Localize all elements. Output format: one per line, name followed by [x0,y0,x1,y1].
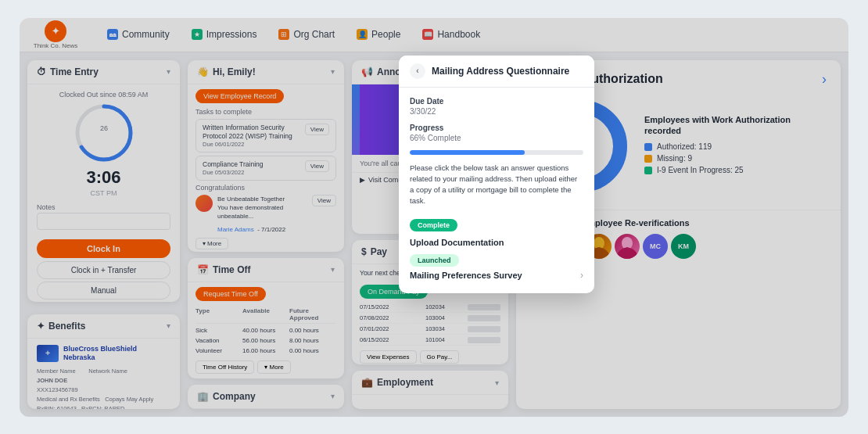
mailing-pref-chevron: › [580,270,583,281]
due-date-label: Due Date [410,97,583,106]
progress-bar-fill [410,150,525,155]
mailing-preferences-row[interactable]: Mailing Preferences Survey › [410,267,583,284]
modal-description: Please click the below task an answer qu… [410,163,583,207]
modal-back-button[interactable]: ‹ [410,63,425,79]
upload-title: Upload Documentation [410,238,583,247]
due-date-value: 3/30/22 [410,107,583,116]
mailing-pref-text: Mailing Preferences Survey [410,271,522,280]
modal-title: Mailing Address Questionnaire [432,66,569,77]
progress-value: 66% Complete [410,134,583,142]
upload-documentation-task: Upload Documentation [410,238,583,247]
launched-badge: Launched [410,254,459,267]
progress-section: Progress 66% Complete [410,124,583,155]
mailing-address-modal: ‹ Mailing Address Questionnaire Due Date… [399,56,594,293]
progress-bar-background [410,150,583,155]
progress-label: Progress [410,124,583,132]
modal-header: ‹ Mailing Address Questionnaire [399,56,594,88]
modal-body: Due Date 3/30/22 Progress 66% Complete P… [399,88,594,293]
complete-badge: Complete [410,219,457,231]
